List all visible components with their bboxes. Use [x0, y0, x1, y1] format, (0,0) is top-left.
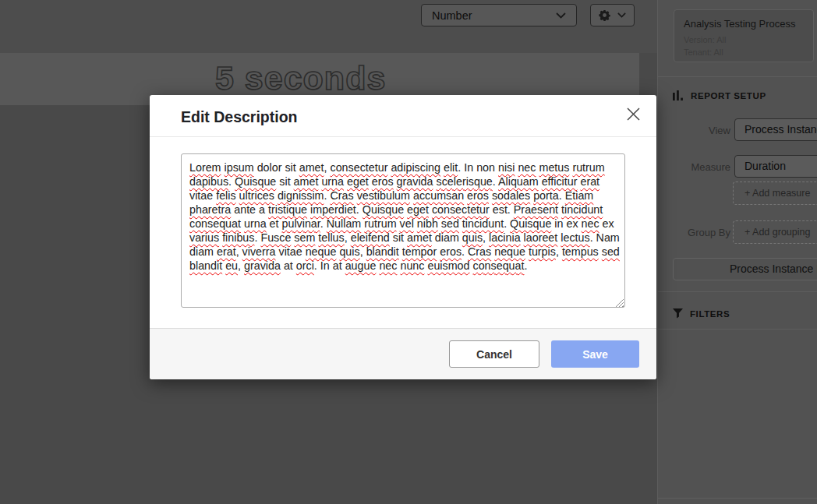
report-settings-button[interactable] — [590, 4, 635, 26]
process-definition-card[interactable]: Analysis Testing Process Version: All Te… — [674, 9, 814, 62]
funnel-icon — [673, 308, 683, 319]
process-tenant: Tenant: All — [684, 47, 804, 59]
top-toolbar: Number — [0, 0, 657, 53]
add-measure-button[interactable]: + Add measure — [733, 182, 817, 205]
add-grouping-button[interactable]: + Add grouping — [733, 220, 817, 244]
dialog-title: Edit Description — [181, 108, 298, 126]
divider — [658, 76, 817, 77]
close-icon — [626, 107, 641, 122]
divider — [658, 498, 817, 499]
process-version: Version: All — [684, 34, 804, 47]
visualization-select[interactable]: Number — [421, 4, 577, 26]
dialog-footer: Cancel Save — [150, 328, 656, 379]
view-select[interactable]: Process Instance — [734, 118, 817, 141]
chevron-down-icon — [617, 12, 626, 18]
save-button[interactable]: Save — [551, 340, 639, 368]
big-number-value: 5 seconds — [215, 59, 386, 97]
bar-chart-icon — [673, 90, 684, 100]
divider — [150, 136, 656, 137]
process-name: Analysis Testing Process — [684, 18, 804, 30]
measure-select[interactable]: Duration — [734, 155, 817, 178]
visualization-select-value: Number — [432, 9, 472, 22]
close-button[interactable] — [624, 105, 642, 122]
chevron-down-icon — [556, 12, 566, 19]
cancel-button[interactable]: Cancel — [449, 340, 539, 368]
measure-label: Measure — [658, 161, 730, 173]
divider — [658, 329, 817, 330]
description-textarea[interactable]: Lorem ipsum dolor sit amet, consectetur … — [181, 153, 625, 308]
report-config-sidebar: Analysis Testing Process Version: All Te… — [657, 0, 817, 504]
gear-icon — [599, 9, 610, 21]
process-instance-part-button[interactable]: Process Instance F — [673, 258, 817, 280]
view-label: View — [658, 125, 730, 136]
filters-heading: FILTERS — [673, 308, 730, 319]
report-setup-heading: REPORT SETUP — [673, 90, 766, 100]
edit-description-dialog: Edit Description Lorem ipsum dolor sit a… — [150, 95, 656, 379]
app-screen: Number 5 seconds Analysis Testing Proces… — [0, 0, 817, 504]
divider — [658, 291, 817, 292]
group-by-label: Group By — [658, 227, 730, 238]
